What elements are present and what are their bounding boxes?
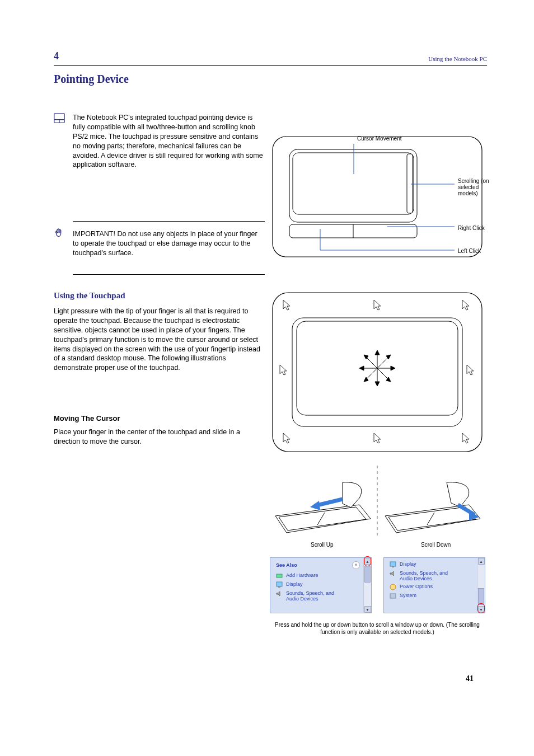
svg-rect-3 xyxy=(273,137,482,257)
screenshot-scroll-down: Display Sounds, Speech, and Audio Device… xyxy=(383,557,485,613)
list-item: Display xyxy=(384,558,485,569)
svg-marker-27 xyxy=(359,366,364,370)
gestures-diagram xyxy=(270,466,485,538)
system-icon xyxy=(390,593,396,599)
intro-paragraph: The Notebook PC's integrated touchpad po… xyxy=(73,113,263,170)
using-paragraph: Light pressure with the tip of your fing… xyxy=(54,307,262,373)
sound-icon xyxy=(276,590,283,597)
svg-rect-44 xyxy=(390,594,396,598)
hardware-icon xyxy=(276,572,283,579)
scroll-caption: Press and hold the up or down button to … xyxy=(270,621,485,636)
moving-paragraph: Place your finger in the center of the t… xyxy=(54,428,262,447)
svg-rect-5 xyxy=(293,153,414,214)
page-number: 41 xyxy=(466,674,474,683)
svg-line-36 xyxy=(427,513,434,525)
svg-rect-8 xyxy=(407,154,413,213)
note-divider-top xyxy=(73,221,265,222)
pane-title: See Also ^ xyxy=(270,558,371,571)
touchpad-icon xyxy=(53,112,65,124)
sound-icon xyxy=(390,570,396,577)
list-item: Sounds, Speech, and Audio Devices xyxy=(384,569,485,583)
highlight-scroll-up xyxy=(364,556,371,566)
svg-rect-39 xyxy=(277,582,282,586)
section-title: Pointing Device xyxy=(54,73,129,86)
pane-title-text: See Also xyxy=(276,562,297,568)
svg-marker-25 xyxy=(375,350,380,355)
touchpad-label-cursor: Cursor Movement xyxy=(357,135,401,142)
screenshot-scroll-up: See Also ^ Add Hardware Display Sounds, … xyxy=(270,557,372,613)
svg-rect-40 xyxy=(278,586,280,588)
svg-line-34 xyxy=(317,513,325,525)
svg-rect-4 xyxy=(289,149,417,222)
hand-stop-icon xyxy=(53,228,65,240)
svg-rect-42 xyxy=(392,566,394,567)
pane-item-label: Sounds, Speech, and Audio Devices xyxy=(400,570,461,581)
moving-title: Moving The Cursor xyxy=(54,414,120,422)
pane-item-label: Display xyxy=(286,581,303,587)
pane-item-label: System xyxy=(400,593,416,598)
scroll-down-label: Scroll Down xyxy=(421,542,451,548)
collapse-icon: ^ xyxy=(352,561,360,569)
touchpad-label-scroll: Scrolling (on selected models) xyxy=(458,178,497,196)
header-chapter-num: 4 xyxy=(54,50,59,62)
list-item: Power Options xyxy=(384,583,485,591)
header-chapter-title: Using the Notebook PC xyxy=(428,55,487,62)
svg-point-43 xyxy=(390,584,396,590)
pane-item-label: Display xyxy=(400,561,416,567)
touchpad-label-right: Right Click xyxy=(458,225,485,231)
page-header: 4 Using the Notebook PC xyxy=(54,50,487,66)
svg-rect-0 xyxy=(54,114,64,120)
directions-diagram xyxy=(270,290,485,454)
pane-item-label: Sounds, Speech, and Audio Devices xyxy=(286,590,348,602)
svg-marker-28 xyxy=(391,366,395,370)
scroll-down-arrow[interactable]: ▼ xyxy=(364,606,371,613)
touchpad-label-left: Left Click xyxy=(458,248,481,254)
svg-marker-35 xyxy=(310,501,320,510)
scroll-thumb[interactable] xyxy=(364,566,371,583)
pane-item-label: Power Options xyxy=(400,584,433,589)
scroll-up-arrow[interactable]: ▲ xyxy=(478,558,485,565)
list-item: Sounds, Speech, and Audio Devices xyxy=(270,589,371,603)
touchpad-diagram xyxy=(270,134,485,260)
svg-rect-41 xyxy=(390,562,396,566)
important-note: IMPORTANT! Do not use any objects in pla… xyxy=(73,229,263,258)
list-item: Add Hardware xyxy=(270,571,371,580)
list-item: Display xyxy=(270,580,371,589)
scroll-thumb[interactable] xyxy=(478,588,484,605)
svg-marker-26 xyxy=(375,382,380,386)
svg-rect-38 xyxy=(277,574,282,577)
display-icon xyxy=(390,561,396,568)
display-icon xyxy=(276,581,283,588)
power-icon xyxy=(390,584,396,590)
list-item: System xyxy=(384,591,485,600)
scroll-up-label: Scroll Up xyxy=(311,542,334,548)
highlight-scroll-down xyxy=(477,603,485,613)
note-divider-bottom xyxy=(73,274,265,275)
using-title: Using the Touchpad xyxy=(54,291,125,300)
pane-item-label: Add Hardware xyxy=(286,572,318,578)
